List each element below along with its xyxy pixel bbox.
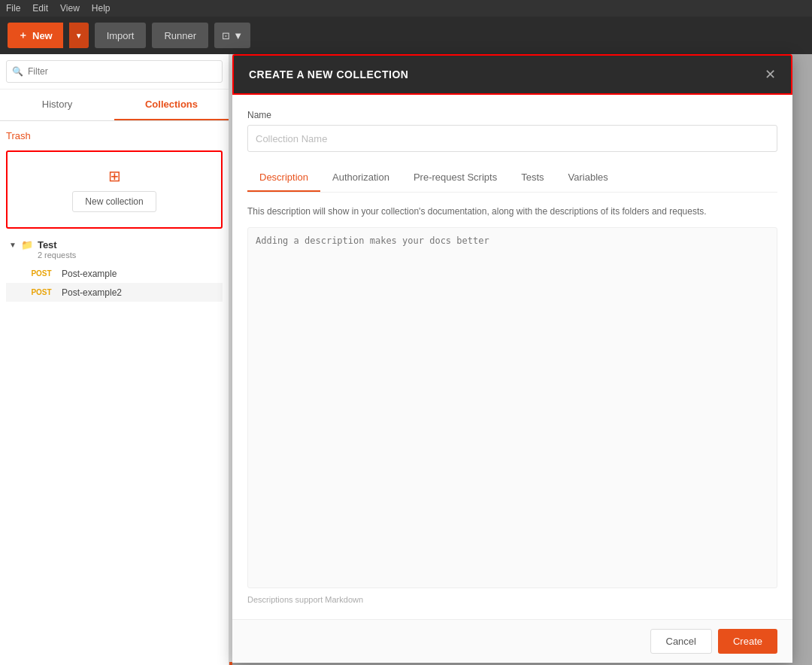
markdown-hint: Descriptions support Markdown bbox=[247, 595, 777, 604]
new-dropdown-button[interactable]: ▼ bbox=[69, 23, 89, 48]
tab-content-description: This description will show in your colle… bbox=[247, 193, 777, 604]
expand-arrow-icon: ▼ bbox=[9, 241, 17, 249]
new-collection-button[interactable]: New collection bbox=[72, 191, 156, 212]
create-button[interactable]: Create bbox=[718, 629, 777, 654]
menu-file[interactable]: File bbox=[6, 3, 20, 14]
content-area: CREATE A NEW COLLECTION ✕ Name Descripti… bbox=[232, 54, 812, 665]
collection-name-input[interactable] bbox=[247, 125, 777, 152]
tab-history[interactable]: History bbox=[0, 90, 114, 120]
cancel-button[interactable]: Cancel bbox=[650, 629, 712, 654]
create-collection-modal: CREATE A NEW COLLECTION ✕ Name Descripti… bbox=[232, 54, 792, 663]
method-badge-post: POST bbox=[27, 268, 56, 279]
folder-icon: 📁 bbox=[21, 239, 33, 251]
modal-title: CREATE A NEW COLLECTION bbox=[249, 68, 408, 80]
sidebar-search-area: 🔍 bbox=[0, 54, 229, 90]
tab-variables[interactable]: Variables bbox=[556, 164, 620, 192]
request-name: Post-example bbox=[62, 269, 117, 279]
monitor-icon: ⊡ bbox=[222, 30, 230, 41]
description-hint: This description will show in your colle… bbox=[247, 205, 777, 218]
runner-button[interactable]: Runner bbox=[152, 23, 208, 48]
collection-name: Test bbox=[38, 239, 76, 251]
request-item[interactable]: POST Post-example2 bbox=[6, 283, 223, 302]
arrow-icon: ▼ bbox=[233, 30, 243, 41]
import-button[interactable]: Import bbox=[95, 23, 147, 48]
trash-link[interactable]: Trash bbox=[6, 127, 223, 144]
menu-edit[interactable]: Edit bbox=[32, 3, 48, 14]
toolbar: ＋ New ▼ Import Runner ⊡ ▼ bbox=[0, 17, 812, 54]
search-icon: 🔍 bbox=[12, 66, 23, 77]
new-button[interactable]: ＋ New bbox=[8, 23, 63, 48]
modal-tabs: Description Authorization Pre-request Sc… bbox=[247, 164, 777, 193]
tab-pre-request-scripts[interactable]: Pre-request Scripts bbox=[401, 164, 509, 192]
collection-count: 2 requests bbox=[38, 251, 76, 260]
new-collection-area: ⊞ New collection bbox=[6, 150, 223, 229]
modal-body: Name Description Authorization Pre-reque… bbox=[232, 95, 792, 619]
sidebar-tabs: History Collections bbox=[0, 90, 229, 121]
tab-description[interactable]: Description bbox=[247, 164, 320, 192]
request-item[interactable]: POST Post-example bbox=[6, 264, 223, 283]
modal-overlay: CREATE A NEW COLLECTION ✕ Name Descripti… bbox=[232, 54, 812, 665]
description-textarea[interactable] bbox=[247, 227, 777, 588]
main-container: 🔍 History Collections Trash ⊞ New collec… bbox=[0, 54, 812, 665]
new-collection-icon: ⊞ bbox=[108, 167, 121, 185]
request-name: Post-example2 bbox=[62, 287, 122, 298]
new-label: New bbox=[32, 30, 53, 41]
collection-item[interactable]: ▼ 📁 Test 2 requests bbox=[6, 235, 223, 264]
menu-view[interactable]: View bbox=[60, 3, 80, 14]
tab-tests[interactable]: Tests bbox=[509, 164, 556, 192]
sidebar: 🔍 History Collections Trash ⊞ New collec… bbox=[0, 54, 229, 665]
search-input[interactable] bbox=[6, 60, 223, 83]
sidebar-content: Trash ⊞ New collection ▼ 📁 Test 2 reques… bbox=[0, 121, 229, 665]
name-label: Name bbox=[247, 110, 777, 120]
sync-button[interactable]: ⊡ ▼ bbox=[214, 23, 250, 48]
tab-authorization[interactable]: Authorization bbox=[320, 164, 401, 192]
method-badge-post: POST bbox=[27, 287, 56, 298]
menu-help[interactable]: Help bbox=[92, 3, 111, 14]
modal-footer: Cancel Create bbox=[232, 619, 792, 663]
modal-close-button[interactable]: ✕ bbox=[765, 68, 776, 81]
plus-icon: ＋ bbox=[18, 29, 28, 42]
modal-header: CREATE A NEW COLLECTION ✕ bbox=[232, 54, 792, 95]
tab-collections[interactable]: Collections bbox=[114, 90, 229, 120]
menu-bar: File Edit View Help bbox=[0, 0, 812, 17]
